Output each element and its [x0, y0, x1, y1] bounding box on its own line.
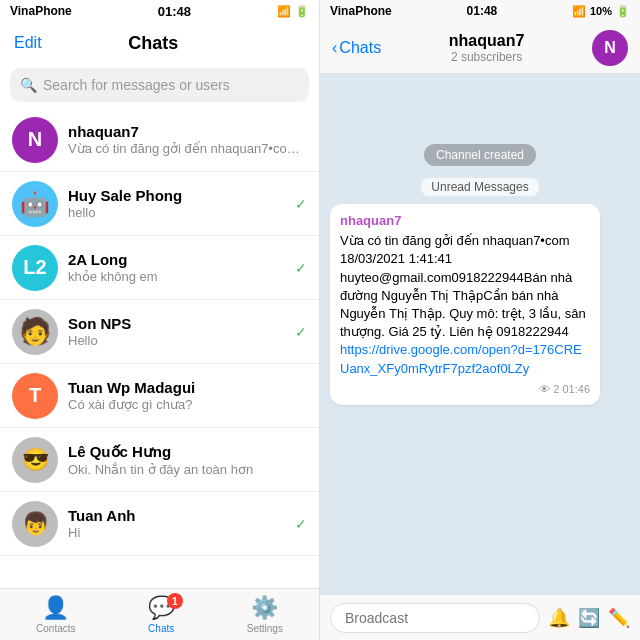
chat-name: 2A Long	[68, 251, 285, 268]
list-item[interactable]: 🧑 Son NPS Hello ✓	[0, 300, 319, 364]
chat-meta: ✓	[295, 196, 307, 212]
chat-content: Huy Sale Phong hello	[68, 187, 285, 220]
message-body: Vừa có tin đăng gởi đến nhaquan7•com 18/…	[340, 232, 590, 341]
chat-preview: khỏe không em	[68, 269, 285, 284]
avatar: 😎	[12, 437, 58, 483]
chat-list: N nhaquan7 Vừa có tin đăng gởi đến nhaqu…	[0, 108, 319, 588]
left-panel: VinaPhone 01:48 📶 🔋 Edit Chats 🔍 Search …	[0, 0, 320, 640]
chat-preview: hello	[68, 205, 285, 220]
edit-icon[interactable]: ✏️	[608, 607, 630, 629]
message-time: 👁 2 01:46	[340, 382, 590, 397]
chat-preview: Vừa có tin đăng gởi đến nhaquan7•com 18/…	[68, 141, 307, 156]
list-item[interactable]: T Tuan Wp Madagui Có xài được gì chưa?	[0, 364, 319, 428]
read-check: ✓	[295, 196, 307, 212]
chats-title: Chats	[128, 33, 178, 54]
chats-badge: 1	[167, 593, 183, 609]
tab-contacts[interactable]: 👤 Contacts	[36, 595, 75, 634]
message-link[interactable]: https://drive.google.com/open?d=176CREUa…	[340, 341, 590, 377]
chats-icon: 💬 1	[148, 595, 175, 621]
input-action-icons: 🔔 🔄 ✏️	[548, 607, 630, 629]
bottom-tabs: 👤 Contacts 💬 1 Chats ⚙️ Settings	[0, 588, 319, 640]
left-nav-bar: Edit Chats	[0, 22, 319, 64]
chat-name: Tuan Anh	[68, 507, 285, 524]
chat-content: Lê Quốc Hưng Oki. Nhắn tin ở đây an toàn…	[68, 443, 307, 477]
carrier-left: VinaPhone	[10, 4, 72, 18]
time-right: 01:48	[467, 4, 498, 18]
time-left: 01:48	[158, 4, 191, 19]
tab-chats[interactable]: 💬 1 Chats	[148, 595, 175, 634]
notification-icon[interactable]: 🔔	[548, 607, 570, 629]
right-chat-name: nhaquan7	[449, 32, 525, 50]
message-sender: nhaquan7	[340, 212, 590, 230]
avatar: T	[12, 373, 58, 419]
edit-button[interactable]: Edit	[14, 34, 42, 52]
chat-content: Son NPS Hello	[68, 315, 285, 348]
chat-preview: Có xài được gì chưa?	[68, 397, 307, 412]
right-chat-subscribers: 2 subscribers	[451, 50, 522, 64]
search-bar[interactable]: 🔍 Search for messages or users	[10, 68, 309, 102]
chat-meta: ✓	[295, 260, 307, 276]
battery-right: 📶 10% 🔋	[572, 5, 630, 18]
chat-name: Son NPS	[68, 315, 285, 332]
right-panel: VinaPhone 01:48 📶 10% 🔋 ‹ Chats nhaquan7…	[320, 0, 640, 640]
chat-name: Lê Quốc Hưng	[68, 443, 307, 461]
tab-chats-label: Chats	[148, 623, 174, 634]
avatar: 👦	[12, 501, 58, 547]
list-item[interactable]: L2 2A Long khỏe không em ✓	[0, 236, 319, 300]
chat-content: Tuan Wp Madagui Có xài được gì chưa?	[68, 379, 307, 412]
chat-content: 2A Long khỏe không em	[68, 251, 285, 284]
chat-meta: ✓	[295, 516, 307, 532]
right-chat-info: nhaquan7 2 subscribers	[389, 32, 584, 64]
settings-icon: ⚙️	[251, 595, 278, 621]
contacts-icon: 👤	[42, 595, 69, 621]
read-check: ✓	[295, 516, 307, 532]
list-item[interactable]: 😎 Lê Quốc Hưng Oki. Nhắn tin ở đây an to…	[0, 428, 319, 492]
chat-preview: Hello	[68, 333, 285, 348]
battery-icons-left: 📶 🔋	[277, 5, 309, 18]
message-area: Channel created Unread Messages nhaquan7…	[320, 74, 640, 594]
list-item[interactable]: 👦 Tuan Anh Hi ✓	[0, 492, 319, 556]
tab-settings[interactable]: ⚙️ Settings	[247, 595, 283, 634]
chat-name: nhaquan7	[68, 123, 307, 140]
right-status-bar: VinaPhone 01:48 📶 10% 🔋	[320, 0, 640, 22]
search-icon: 🔍	[20, 77, 37, 93]
channel-created-badge: Channel created	[424, 144, 536, 166]
avatar: L2	[12, 245, 58, 291]
back-label: Chats	[339, 39, 381, 57]
list-item[interactable]: N nhaquan7 Vừa có tin đăng gởi đến nhaqu…	[0, 108, 319, 172]
refresh-icon[interactable]: 🔄	[578, 607, 600, 629]
chat-content: nhaquan7 Vừa có tin đăng gởi đến nhaquan…	[68, 123, 307, 156]
search-placeholder: Search for messages or users	[43, 77, 230, 93]
back-button[interactable]: ‹ Chats	[332, 39, 381, 57]
chat-preview: Oki. Nhắn tin ở đây an toàn hơn	[68, 462, 307, 477]
right-avatar: N	[592, 30, 628, 66]
avatar: 🧑	[12, 309, 58, 355]
read-check: ✓	[295, 324, 307, 340]
chat-content: Tuan Anh Hi	[68, 507, 285, 540]
chat-name: Huy Sale Phong	[68, 187, 285, 204]
message-bubble: nhaquan7 Vừa có tin đăng gởi đến nhaquan…	[330, 204, 600, 405]
input-bar: 🔔 🔄 ✏️	[320, 594, 640, 640]
tab-settings-label: Settings	[247, 623, 283, 634]
chat-preview: Hi	[68, 525, 285, 540]
broadcast-input[interactable]	[330, 603, 540, 633]
list-item[interactable]: 🤖 Huy Sale Phong hello ✓	[0, 172, 319, 236]
left-status-bar: VinaPhone 01:48 📶 🔋	[0, 0, 319, 22]
carrier-right: VinaPhone	[330, 4, 392, 18]
avatar: 🤖	[12, 181, 58, 227]
tab-contacts-label: Contacts	[36, 623, 75, 634]
unread-messages-divider: Unread Messages	[421, 178, 538, 196]
chat-name: Tuan Wp Madagui	[68, 379, 307, 396]
read-check: ✓	[295, 260, 307, 276]
chevron-left-icon: ‹	[332, 39, 337, 57]
right-nav-bar: ‹ Chats nhaquan7 2 subscribers N	[320, 22, 640, 74]
chat-meta: ✓	[295, 324, 307, 340]
avatar: N	[12, 117, 58, 163]
